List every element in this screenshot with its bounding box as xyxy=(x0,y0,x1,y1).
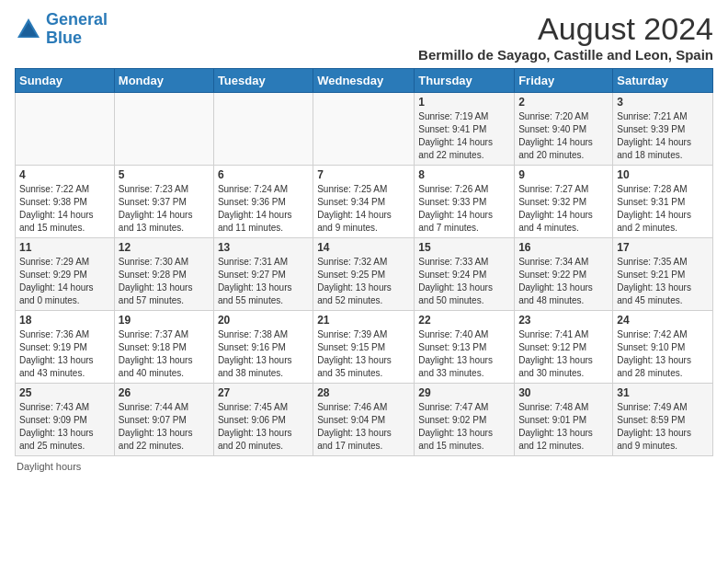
day-number: 13 xyxy=(218,241,309,254)
calendar-cell: 3Sunrise: 7:21 AM Sunset: 9:39 PM Daylig… xyxy=(613,93,713,166)
header-wednesday: Wednesday xyxy=(313,69,415,93)
day-info: Sunrise: 7:32 AM Sunset: 9:25 PM Dayligh… xyxy=(317,256,410,307)
day-number: 7 xyxy=(317,168,410,181)
calendar-cell: 30Sunrise: 7:48 AM Sunset: 9:01 PM Dayli… xyxy=(515,384,613,456)
day-number: 16 xyxy=(518,241,609,254)
calendar-cell: 9Sunrise: 7:27 AM Sunset: 9:32 PM Daylig… xyxy=(515,166,613,238)
title-block: August 2024 Bermillo de Sayago, Castille… xyxy=(418,11,713,63)
calendar-cell: 14Sunrise: 7:32 AM Sunset: 9:25 PM Dayli… xyxy=(313,238,415,311)
header-tuesday: Tuesday xyxy=(213,69,313,93)
calendar-table: SundayMondayTuesdayWednesdayThursdayFrid… xyxy=(15,68,713,456)
day-number: 28 xyxy=(317,386,410,399)
day-number: 30 xyxy=(518,386,609,399)
calendar-cell: 17Sunrise: 7:35 AM Sunset: 9:21 PM Dayli… xyxy=(613,238,713,311)
day-info: Sunrise: 7:47 AM Sunset: 9:02 PM Dayligh… xyxy=(418,401,510,453)
day-info: Sunrise: 7:28 AM Sunset: 9:31 PM Dayligh… xyxy=(617,183,709,235)
day-info: Sunrise: 7:35 AM Sunset: 9:21 PM Dayligh… xyxy=(617,256,709,307)
day-info: Sunrise: 7:41 AM Sunset: 9:12 PM Dayligh… xyxy=(518,328,609,380)
calendar-cell: 24Sunrise: 7:42 AM Sunset: 9:10 PM Dayli… xyxy=(613,311,713,384)
day-info: Sunrise: 7:38 AM Sunset: 9:16 PM Dayligh… xyxy=(218,328,309,380)
subtitle: Bermillo de Sayago, Castille and Leon, S… xyxy=(418,47,713,63)
calendar-cell xyxy=(16,93,115,166)
calendar-cell: 27Sunrise: 7:45 AM Sunset: 9:06 PM Dayli… xyxy=(213,384,313,456)
day-number: 19 xyxy=(119,314,210,327)
calendar-cell xyxy=(114,93,213,166)
calendar-cell: 25Sunrise: 7:43 AM Sunset: 9:09 PM Dayli… xyxy=(16,384,115,456)
calendar-cell xyxy=(313,93,415,166)
day-number: 15 xyxy=(418,241,510,254)
day-number: 11 xyxy=(19,241,110,254)
header-friday: Friday xyxy=(515,69,613,93)
day-info: Sunrise: 7:48 AM Sunset: 9:01 PM Dayligh… xyxy=(518,401,609,453)
day-info: Sunrise: 7:40 AM Sunset: 9:13 PM Dayligh… xyxy=(418,328,510,380)
day-number: 2 xyxy=(518,96,609,109)
day-info: Sunrise: 7:49 AM Sunset: 8:59 PM Dayligh… xyxy=(617,401,709,453)
header-thursday: Thursday xyxy=(415,69,515,93)
day-number: 4 xyxy=(19,168,110,181)
week-row-0: 1Sunrise: 7:19 AM Sunset: 9:41 PM Daylig… xyxy=(16,93,713,166)
calendar-cell: 20Sunrise: 7:38 AM Sunset: 9:16 PM Dayli… xyxy=(213,311,313,384)
calendar-cell: 31Sunrise: 7:49 AM Sunset: 8:59 PM Dayli… xyxy=(613,384,713,456)
day-info: Sunrise: 7:20 AM Sunset: 9:40 PM Dayligh… xyxy=(518,110,609,162)
calendar-cell: 7Sunrise: 7:25 AM Sunset: 9:34 PM Daylig… xyxy=(313,166,415,238)
calendar-cell: 19Sunrise: 7:37 AM Sunset: 9:18 PM Dayli… xyxy=(114,311,213,384)
footer-note: Daylight hours xyxy=(15,461,713,472)
day-number: 31 xyxy=(617,386,709,399)
header: General Blue August 2024 Bermillo de Say… xyxy=(15,11,713,63)
calendar-cell: 22Sunrise: 7:40 AM Sunset: 9:13 PM Dayli… xyxy=(415,311,515,384)
day-info: Sunrise: 7:27 AM Sunset: 9:32 PM Dayligh… xyxy=(518,183,609,235)
day-number: 6 xyxy=(218,168,309,181)
calendar-cell: 2Sunrise: 7:20 AM Sunset: 9:40 PM Daylig… xyxy=(515,93,613,166)
day-info: Sunrise: 7:42 AM Sunset: 9:10 PM Dayligh… xyxy=(617,328,709,380)
day-number: 1 xyxy=(418,96,510,109)
logo: General Blue xyxy=(15,11,108,48)
main-title: August 2024 xyxy=(418,11,713,47)
day-info: Sunrise: 7:37 AM Sunset: 9:18 PM Dayligh… xyxy=(119,328,210,380)
day-info: Sunrise: 7:23 AM Sunset: 9:37 PM Dayligh… xyxy=(119,183,210,235)
day-info: Sunrise: 7:46 AM Sunset: 9:04 PM Dayligh… xyxy=(317,401,410,453)
day-info: Sunrise: 7:26 AM Sunset: 9:33 PM Dayligh… xyxy=(418,183,510,235)
logo-icon xyxy=(15,16,42,43)
day-info: Sunrise: 7:36 AM Sunset: 9:19 PM Dayligh… xyxy=(19,328,110,380)
calendar-cell: 21Sunrise: 7:39 AM Sunset: 9:15 PM Dayli… xyxy=(313,311,415,384)
day-info: Sunrise: 7:19 AM Sunset: 9:41 PM Dayligh… xyxy=(418,110,510,162)
calendar-cell: 11Sunrise: 7:29 AM Sunset: 9:29 PM Dayli… xyxy=(16,238,115,311)
day-number: 17 xyxy=(617,241,709,254)
day-number: 14 xyxy=(317,241,410,254)
logo-text: General Blue xyxy=(46,11,108,48)
day-number: 29 xyxy=(418,386,510,399)
day-number: 27 xyxy=(218,386,309,399)
day-number: 21 xyxy=(317,314,410,327)
header-row: SundayMondayTuesdayWednesdayThursdayFrid… xyxy=(16,69,713,93)
day-number: 10 xyxy=(617,168,709,181)
day-info: Sunrise: 7:45 AM Sunset: 9:06 PM Dayligh… xyxy=(218,401,309,453)
calendar-cell: 1Sunrise: 7:19 AM Sunset: 9:41 PM Daylig… xyxy=(415,93,515,166)
day-info: Sunrise: 7:44 AM Sunset: 9:07 PM Dayligh… xyxy=(119,401,210,453)
day-number: 22 xyxy=(418,314,510,327)
day-info: Sunrise: 7:30 AM Sunset: 9:28 PM Dayligh… xyxy=(119,256,210,307)
day-number: 12 xyxy=(119,241,210,254)
calendar-cell: 13Sunrise: 7:31 AM Sunset: 9:27 PM Dayli… xyxy=(213,238,313,311)
calendar-cell: 6Sunrise: 7:24 AM Sunset: 9:36 PM Daylig… xyxy=(213,166,313,238)
day-info: Sunrise: 7:43 AM Sunset: 9:09 PM Dayligh… xyxy=(19,401,110,453)
day-info: Sunrise: 7:31 AM Sunset: 9:27 PM Dayligh… xyxy=(218,256,309,307)
day-info: Sunrise: 7:24 AM Sunset: 9:36 PM Dayligh… xyxy=(218,183,309,235)
calendar-cell: 4Sunrise: 7:22 AM Sunset: 9:38 PM Daylig… xyxy=(16,166,115,238)
day-number: 5 xyxy=(119,168,210,181)
calendar-cell: 15Sunrise: 7:33 AM Sunset: 9:24 PM Dayli… xyxy=(415,238,515,311)
week-row-2: 11Sunrise: 7:29 AM Sunset: 9:29 PM Dayli… xyxy=(16,238,713,311)
day-number: 23 xyxy=(518,314,609,327)
calendar-cell: 23Sunrise: 7:41 AM Sunset: 9:12 PM Dayli… xyxy=(515,311,613,384)
day-info: Sunrise: 7:29 AM Sunset: 9:29 PM Dayligh… xyxy=(19,256,110,307)
calendar-cell xyxy=(213,93,313,166)
week-row-1: 4Sunrise: 7:22 AM Sunset: 9:38 PM Daylig… xyxy=(16,166,713,238)
calendar-cell: 28Sunrise: 7:46 AM Sunset: 9:04 PM Dayli… xyxy=(313,384,415,456)
calendar-cell: 29Sunrise: 7:47 AM Sunset: 9:02 PM Dayli… xyxy=(415,384,515,456)
day-number: 20 xyxy=(218,314,309,327)
day-number: 9 xyxy=(518,168,609,181)
calendar-cell: 8Sunrise: 7:26 AM Sunset: 9:33 PM Daylig… xyxy=(415,166,515,238)
week-row-4: 25Sunrise: 7:43 AM Sunset: 9:09 PM Dayli… xyxy=(16,384,713,456)
day-info: Sunrise: 7:33 AM Sunset: 9:24 PM Dayligh… xyxy=(418,256,510,307)
day-number: 26 xyxy=(119,386,210,399)
day-number: 8 xyxy=(418,168,510,181)
